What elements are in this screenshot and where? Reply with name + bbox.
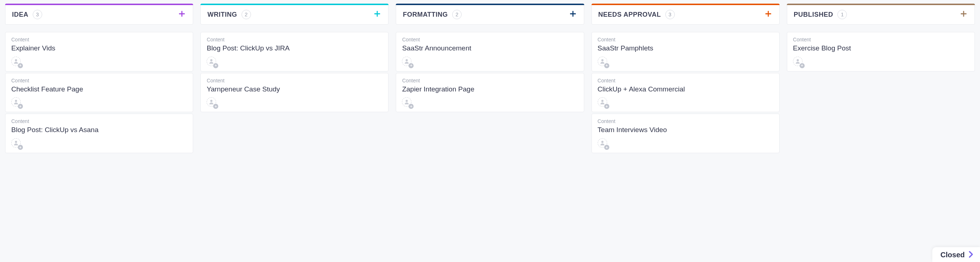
card-title: ClickUp + Alexa Commercial — [598, 85, 773, 94]
card[interactable]: ContentChecklist Feature Page+ — [5, 73, 193, 112]
column: IDEA3ContentExplainer Vids+ContentCheckl… — [5, 4, 193, 153]
assignee-add-button[interactable]: + — [11, 97, 22, 108]
plus-icon — [570, 11, 576, 19]
card[interactable]: ContentClickUp + Alexa Commercial+ — [592, 73, 780, 112]
plus-icon: + — [213, 104, 218, 109]
column-count-badge: 3 — [665, 10, 675, 19]
svg-rect-6 — [374, 13, 380, 14]
plus-icon: + — [409, 63, 414, 68]
card[interactable]: ContentBlog Post: ClickUp vs JIRA+ — [200, 32, 388, 71]
column-count-badge: 3 — [33, 10, 42, 19]
column: NEEDS APPROVAL3ContentSaaStr Pamphlets+C… — [592, 4, 780, 153]
svg-point-2 — [15, 59, 17, 62]
plus-icon: + — [213, 63, 218, 68]
card-type-label: Content — [793, 37, 969, 43]
column-count-badge: 2 — [242, 10, 251, 19]
card-list: ContentExplainer Vids+ContentChecklist F… — [5, 32, 193, 153]
svg-point-12 — [406, 100, 408, 102]
svg-point-11 — [406, 59, 408, 62]
assignee-add-button[interactable]: + — [207, 97, 218, 108]
column-header: NEEDS APPROVAL3 — [592, 4, 780, 25]
column-header: FORMATTING2 — [396, 4, 584, 25]
card-list: ContentBlog Post: ClickUp vs JIRA+Conten… — [200, 32, 388, 112]
assignee-add-button[interactable]: + — [598, 138, 609, 149]
card[interactable]: ContentTeam Interviews Video+ — [592, 114, 780, 153]
card-title: Explainer Vids — [11, 44, 187, 53]
card[interactable]: ContentSaaStr Pamphlets+ — [592, 32, 780, 71]
column: PUBLISHED1ContentExercise Blog Post+ — [787, 4, 975, 71]
card[interactable]: ContentSaaStr Announcement+ — [396, 32, 584, 71]
svg-point-3 — [15, 100, 17, 102]
card[interactable]: ContentBlog Post: ClickUp vs Asana+ — [5, 114, 193, 153]
card-type-label: Content — [11, 37, 187, 43]
column-count-badge: 2 — [452, 10, 461, 19]
column: FORMATTING2ContentSaaStr Announcement+Co… — [396, 4, 584, 112]
plus-icon: + — [409, 104, 414, 109]
svg-point-8 — [210, 100, 212, 102]
card-list: ContentExercise Blog Post+ — [787, 32, 975, 71]
closed-panel-toggle[interactable]: Closed — [932, 247, 980, 262]
svg-rect-10 — [570, 13, 576, 14]
column-title: FORMATTING — [403, 11, 448, 19]
kanban-board: IDEA3ContentExplainer Vids+ContentCheckl… — [5, 4, 975, 153]
card-type-label: Content — [402, 78, 578, 84]
svg-rect-14 — [765, 13, 771, 14]
card[interactable]: ContentZapier Integration Page+ — [396, 73, 584, 112]
card-type-label: Content — [598, 37, 773, 43]
plus-icon — [960, 11, 967, 19]
card-title: Team Interviews Video — [598, 126, 773, 135]
add-card-button[interactable] — [178, 10, 186, 19]
assignee-add-button[interactable]: + — [402, 57, 413, 68]
assignee-add-button[interactable]: + — [207, 57, 218, 68]
add-card-button[interactable] — [764, 10, 773, 19]
column: WRITING2ContentBlog Post: ClickUp vs JIR… — [200, 4, 388, 112]
card-type-label: Content — [207, 37, 382, 43]
plus-icon: + — [18, 63, 23, 68]
svg-rect-19 — [961, 13, 967, 14]
column-header: PUBLISHED1 — [787, 4, 975, 25]
card-title: Blog Post: ClickUp vs JIRA — [207, 44, 382, 53]
column-title: IDEA — [12, 11, 29, 19]
column-header: IDEA3 — [5, 4, 193, 25]
card-title: Zapier Integration Page — [402, 85, 578, 94]
add-card-button[interactable] — [373, 10, 382, 19]
assignee-add-button[interactable]: + — [793, 57, 804, 68]
card-title: SaaStr Announcement — [402, 44, 578, 53]
plus-icon: + — [604, 145, 609, 150]
column-count-badge: 1 — [837, 10, 847, 19]
svg-point-7 — [210, 59, 212, 62]
svg-point-20 — [797, 59, 799, 62]
card-list: ContentSaaStr Pamphlets+ContentClickUp +… — [592, 32, 780, 153]
card-type-label: Content — [598, 78, 773, 84]
add-card-button[interactable] — [569, 10, 577, 19]
plus-icon: + — [18, 104, 23, 109]
card-title: Blog Post: ClickUp vs Asana — [11, 126, 187, 135]
card-type-label: Content — [402, 37, 578, 43]
plus-icon: + — [604, 63, 609, 68]
add-card-button[interactable] — [959, 10, 968, 19]
card-title: Checklist Feature Page — [11, 85, 187, 94]
svg-rect-1 — [179, 13, 185, 14]
card-title: Exercise Blog Post — [793, 44, 969, 53]
card-title: SaaStr Pamphlets — [598, 44, 773, 53]
card-list: ContentSaaStr Announcement+ContentZapier… — [396, 32, 584, 112]
plus-icon: + — [604, 104, 609, 109]
card-type-label: Content — [11, 118, 187, 124]
chevron-right-icon — [968, 251, 974, 259]
plus-icon: + — [800, 63, 805, 68]
card[interactable]: ContentExplainer Vids+ — [5, 32, 193, 71]
assignee-add-button[interactable]: + — [11, 57, 22, 68]
assignee-add-button[interactable]: + — [598, 97, 609, 108]
svg-point-17 — [601, 141, 603, 143]
card[interactable]: ContentExercise Blog Post+ — [787, 32, 975, 71]
svg-point-16 — [601, 100, 603, 102]
card[interactable]: ContentYarnpeneur Case Study+ — [200, 73, 388, 112]
assignee-add-button[interactable]: + — [598, 57, 609, 68]
assignee-add-button[interactable]: + — [402, 97, 413, 108]
card-type-label: Content — [11, 78, 187, 84]
card-title: Yarnpeneur Case Study — [207, 85, 382, 94]
column-title: PUBLISHED — [794, 11, 834, 19]
closed-label: Closed — [940, 251, 965, 259]
assignee-add-button[interactable]: + — [11, 138, 22, 149]
svg-point-4 — [15, 141, 17, 143]
